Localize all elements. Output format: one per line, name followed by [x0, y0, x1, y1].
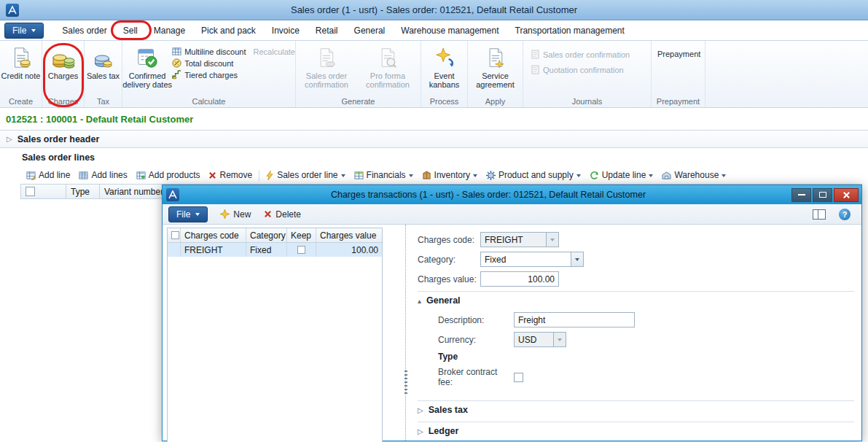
new-button[interactable]: New — [215, 207, 256, 222]
keep-checkbox[interactable] — [297, 246, 305, 254]
cell-category[interactable]: Fixed — [246, 243, 287, 257]
charges-code-field-label: Charges code: — [418, 235, 480, 245]
multiline-discount-icon — [172, 47, 181, 56]
warehouse-menu[interactable]: Warehouse — [657, 168, 730, 182]
financials-menu[interactable]: Financials — [350, 168, 418, 182]
remove-button[interactable]: Remove — [204, 168, 257, 182]
tab-transportation-management[interactable]: Transportation management — [507, 23, 633, 39]
help-button[interactable]: ? — [834, 206, 856, 222]
toolbar-separator — [259, 170, 259, 181]
add-lines-label: Add lines — [91, 170, 127, 180]
add-lines-button[interactable]: Add lines — [74, 168, 131, 182]
charges-code-combo[interactable]: FREIGHT — [480, 232, 559, 247]
dialog-file-menu-button[interactable]: File — [168, 206, 208, 222]
sales-tax-icon — [93, 45, 114, 70]
chevron-down-icon — [473, 174, 477, 179]
row-selector-cell[interactable] — [168, 243, 181, 257]
delete-button[interactable]: Delete — [259, 207, 306, 222]
charges-value-input[interactable]: 100.00 — [480, 271, 559, 287]
maximize-button[interactable] — [813, 188, 832, 202]
main-title-bar: Sales order (1 - usrt) - Sales order: 01… — [0, 0, 868, 20]
layout-button[interactable] — [808, 207, 831, 222]
event-kanbans-button[interactable]: Event kanbans — [421, 44, 467, 89]
section-general[interactable]: ▴ General — [418, 291, 854, 309]
close-icon — [842, 191, 851, 199]
charges-button[interactable]: Charges — [42, 44, 84, 80]
recalculate-button: Recalculate — [254, 47, 295, 56]
column-header-category[interactable]: Category — [246, 228, 287, 242]
sales-order-confirmation-button: Sales order confirmation — [296, 44, 357, 89]
tab-pick-and-pack[interactable]: Pick and pack — [193, 23, 264, 39]
category-combo[interactable]: Fixed — [480, 252, 584, 267]
minimize-button[interactable] — [791, 188, 811, 202]
file-menu-button[interactable]: File — [4, 23, 44, 39]
column-header-charges-code[interactable]: Charges code — [181, 228, 246, 242]
add-products-button[interactable]: Add products — [132, 168, 205, 182]
update-line-icon — [590, 171, 599, 180]
lines-toolbar: Add line Add lines Add products Remove S… — [0, 166, 868, 184]
category-value: Fixed — [481, 252, 571, 266]
charges-grid-row[interactable]: FREIGHT Fixed 100.00 — [168, 243, 382, 257]
broker-contract-fee-checkbox[interactable] — [514, 373, 523, 382]
minimize-icon — [798, 194, 805, 195]
charges-grid-empty-area[interactable] — [168, 257, 382, 442]
tiered-charges-button[interactable]: Tiered charges — [172, 70, 295, 80]
ribbon-tab-row: File Sales order Sell Manage Pick and pa… — [0, 20, 868, 41]
dialog-title: Charges transactions (1 - usrt) - Sales … — [185, 190, 791, 200]
inventory-label: Inventory — [434, 170, 470, 180]
general-section-content: Description: Freight Currency: USD Type … — [418, 309, 854, 398]
select-all-column-header[interactable] — [21, 185, 66, 198]
currency-dropdown-icon[interactable] — [553, 333, 566, 346]
tab-manage[interactable]: Manage — [146, 23, 193, 39]
multiline-discount-button[interactable]: Multiline discount — [172, 47, 246, 56]
tab-invoice[interactable]: Invoice — [264, 23, 308, 39]
total-discount-button[interactable]: Total discount — [172, 58, 295, 68]
financials-icon — [354, 171, 364, 180]
chevron-down-icon — [341, 174, 345, 179]
tab-general[interactable]: General — [346, 23, 394, 39]
column-header-variant-number[interactable]: Variant number — [100, 185, 164, 198]
tab-sales-order[interactable]: Sales order — [54, 23, 114, 39]
inventory-menu[interactable]: Inventory — [418, 168, 482, 182]
prepayment-button[interactable]: Prepayment — [657, 50, 705, 58]
splitter-handle-icon — [404, 371, 407, 395]
section-sales-tax[interactable]: ▷ Sales tax — [418, 400, 854, 419]
dialog-splitter[interactable] — [405, 225, 409, 441]
section-ledger[interactable]: ▷ Ledger — [418, 422, 854, 440]
service-agreement-button[interactable]: Service agreement — [468, 44, 523, 89]
window-title: Sales order (1 - usrt) - Sales order: 01… — [25, 4, 843, 15]
cell-charges-code[interactable]: FREIGHT — [181, 243, 246, 257]
column-header-charges-value[interactable]: Charges value — [316, 228, 382, 242]
currency-combo[interactable]: USD — [514, 332, 566, 347]
charges-select-all-cell[interactable] — [168, 228, 181, 242]
group-label-create: Create — [0, 97, 42, 106]
select-all-checkbox[interactable] — [26, 187, 35, 196]
add-line-button[interactable]: Add line — [22, 168, 74, 182]
tab-warehouse-management[interactable]: Warehouse management — [393, 23, 507, 39]
column-header-type[interactable]: Type — [66, 185, 100, 198]
sales-order-confirmation-icon — [316, 45, 337, 70]
product-and-supply-icon — [486, 171, 496, 180]
tab-sell[interactable]: Sell — [115, 23, 146, 39]
group-label-process: Process — [421, 97, 467, 106]
confirmed-delivery-dates-label: Confirmed delivery dates — [122, 71, 172, 89]
column-header-keep[interactable]: Keep — [287, 228, 316, 242]
cell-keep[interactable] — [287, 243, 316, 257]
credit-note-button[interactable]: Credit note — [0, 44, 42, 80]
sales-order-confirmation-label: Sales order confirmation — [296, 71, 357, 89]
product-and-supply-menu[interactable]: Product and supply — [482, 168, 585, 182]
description-field-label: Description: — [438, 315, 514, 325]
tab-retail[interactable]: Retail — [308, 23, 346, 39]
cell-charges-value[interactable]: 100.00 — [316, 243, 382, 257]
sales-order-line-menu[interactable]: Sales order line — [262, 168, 349, 182]
update-line-menu[interactable]: Update line — [585, 168, 658, 182]
charges-code-dropdown-icon[interactable] — [546, 233, 558, 247]
category-dropdown-icon[interactable] — [571, 252, 583, 266]
close-button[interactable] — [834, 188, 859, 202]
sales-order-header-section[interactable]: ▷ Sales order header — [0, 130, 868, 148]
charges-select-all-checkbox[interactable] — [171, 231, 179, 239]
description-input[interactable]: Freight — [514, 312, 635, 327]
confirmed-delivery-dates-button[interactable]: Confirmed delivery dates — [122, 44, 172, 89]
group-label-journals: Journals — [523, 97, 651, 106]
sales-tax-button[interactable]: Sales tax — [85, 44, 122, 80]
